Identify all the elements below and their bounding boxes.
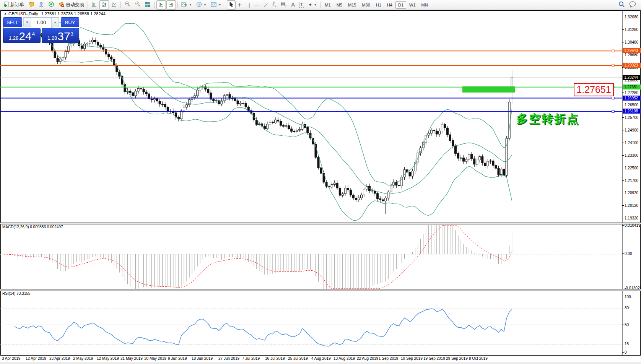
dropdown-arrow-icon: ▼ xyxy=(189,3,192,6)
date-tick-label: 12 Apr 2019 xyxy=(26,356,46,361)
chart-shift-button[interactable] xyxy=(166,0,176,10)
toolbar-separator xyxy=(245,2,245,8)
auto-trading-button[interactable]: 自动交易 xyxy=(57,0,86,10)
price-line-label: 1.29943 xyxy=(623,48,641,53)
line-chart-button[interactable] xyxy=(109,0,119,10)
zoom-in-icon xyxy=(124,1,130,8)
auto-scroll-icon xyxy=(158,2,164,8)
date-tick-label: 9 Jun 2019 xyxy=(168,356,187,361)
periods-button[interactable]: ▼ xyxy=(194,0,208,10)
sell-button[interactable]: SELL xyxy=(3,17,22,27)
symbol-period-label: GBPUSD-,Daily xyxy=(8,11,38,16)
crosshair-tool-button[interactable]: + xyxy=(236,0,243,10)
price-annotation-box[interactable]: 1.27651 xyxy=(574,83,614,96)
auto-trading-label: 自动交易 xyxy=(66,2,84,8)
macd-tick-label: 0.00 xyxy=(625,252,632,256)
vertical-line-tool-button[interactable]: | xyxy=(247,0,252,10)
date-tick-label: 25 Jul 2019 xyxy=(288,356,308,361)
dropdown-arrow-icon: ▼ xyxy=(203,3,207,6)
market-watch-button[interactable] xyxy=(37,0,46,10)
macd-pane-separator[interactable] xyxy=(0,223,641,224)
timeframe-m30[interactable]: M30 xyxy=(359,1,373,9)
chart-shift-icon xyxy=(168,2,174,8)
tile-windows-icon xyxy=(145,2,151,8)
indicators-button[interactable]: ▼ xyxy=(179,0,194,10)
text-label-tool-button[interactable]: T xyxy=(297,0,306,10)
indicators-icon xyxy=(181,2,187,8)
zoom-out-button[interactable] xyxy=(133,0,143,10)
volume-decrease-button[interactable]: ▼ xyxy=(23,18,31,27)
line-chart-icon xyxy=(111,2,117,8)
candlestick-chart-button[interactable] xyxy=(99,0,109,10)
timeframe-m5[interactable]: M5 xyxy=(334,1,345,9)
text-tool-button[interactable]: A xyxy=(290,0,297,10)
chat-icon[interactable] xyxy=(629,1,636,9)
date-tick-label: 22 Aug 2019 xyxy=(357,356,378,361)
candlestick-chart-icon xyxy=(101,2,107,8)
search-icon[interactable] xyxy=(618,1,625,9)
zoom-in-button[interactable] xyxy=(122,0,132,10)
sell-price-sup: 4 xyxy=(32,31,35,37)
toolbar-separator xyxy=(177,2,178,8)
equidistant-channel-icon: ⫽E xyxy=(273,1,277,8)
mt4-terminal: { "toolbar": { "new_order": "新订单", "auto… xyxy=(0,0,641,364)
price-tick-label: 1.25700 xyxy=(625,115,638,120)
templates-button[interactable]: ▼ xyxy=(209,0,223,10)
new-order-label: 新订单 xyxy=(10,2,24,8)
text-label-icon: T xyxy=(299,2,304,8)
timeframe-d1[interactable]: D1 xyxy=(395,1,406,9)
one-click-trading-panel: SELL ▼ 1.00 ▲ BUY 1.28 24 4 1.28 37 3 xyxy=(3,17,79,43)
chart-window[interactable] xyxy=(0,10,641,361)
rsi-tick-label: 50 xyxy=(625,323,629,327)
horizontal-line-tool-button[interactable]: — xyxy=(252,0,261,10)
cursor-tool-button[interactable] xyxy=(227,0,236,10)
crosshair-icon: + xyxy=(238,2,241,7)
price-line-label: 1.27651 xyxy=(623,84,641,89)
date-tick-label: 18 Jun 2019 xyxy=(192,356,213,361)
toolbar-separator xyxy=(120,2,121,8)
auto-trading-icon xyxy=(59,2,65,8)
timeframe-mn[interactable]: MN xyxy=(419,1,431,9)
volume-value[interactable]: 1.00 xyxy=(31,18,51,27)
turning-point-annotation[interactable]: 多空转折点 xyxy=(516,111,579,127)
profiles-button[interactable] xyxy=(26,0,36,10)
trendline-tool-button[interactable]: ／ xyxy=(262,0,270,10)
collapse-trade-panel-icon[interactable]: ▲ xyxy=(4,12,7,15)
date-tick-label: 21 May 2019 xyxy=(120,356,143,361)
price-tick-label: 1.20920 xyxy=(625,191,638,195)
channel-tool-button[interactable]: ⫽E xyxy=(271,0,278,10)
sell-price-prefix: 1.28 xyxy=(9,35,18,41)
timeframe-w1[interactable]: W1 xyxy=(407,1,418,9)
fibonacci-tool-button[interactable]: ▤F xyxy=(279,0,289,10)
buy-button[interactable]: BUY xyxy=(61,17,79,27)
rsi-tick-label: 15 xyxy=(625,342,629,346)
rsi-pane-separator[interactable] xyxy=(0,289,641,291)
timeframe-m1[interactable]: M1 xyxy=(322,1,333,9)
timeframe-h4[interactable]: H4 xyxy=(384,1,395,9)
date-axis[interactable]: 3 Apr 201912 Apr 201923 Apr 20192 May 20… xyxy=(0,355,641,362)
date-tick-label: 8 Oct 2019 xyxy=(469,356,488,361)
date-tick-label: 13 Aug 2019 xyxy=(334,356,355,361)
buy-price-prefix: 1.28 xyxy=(47,35,57,41)
bar-chart-button[interactable] xyxy=(89,0,99,10)
new-order-icon xyxy=(3,2,9,8)
volume-increase-button[interactable]: ▲ xyxy=(51,18,59,27)
market-watch-icon xyxy=(39,2,44,8)
auto-scroll-button[interactable] xyxy=(156,0,166,10)
date-tick-label: 10 Sep 2019 xyxy=(401,356,423,361)
price-tick-label: 1.24100 xyxy=(625,141,638,145)
arrows-tool-button[interactable]: ✦▼ xyxy=(306,0,319,10)
tile-windows-button[interactable] xyxy=(143,0,153,10)
date-tick-label: 3 Apr 2019 xyxy=(2,356,20,361)
signals-button[interactable] xyxy=(47,0,56,10)
new-order-button[interactable]: 新订单 xyxy=(2,0,26,10)
price-line-label: 1.26108 xyxy=(623,109,641,114)
sell-price-panel[interactable]: 1.28 24 4 xyxy=(3,28,41,43)
buy-price-panel[interactable]: 1.28 37 3 xyxy=(42,28,79,43)
date-tick-label: 1 Sep 2019 xyxy=(379,356,398,361)
horizontal-line-icon: — xyxy=(254,2,259,7)
timeframe-m15[interactable]: M15 xyxy=(345,1,359,9)
trendline-icon: ／ xyxy=(264,2,268,7)
price-tick-label: 1.19320 xyxy=(625,216,638,220)
timeframe-h1[interactable]: H1 xyxy=(373,1,384,9)
